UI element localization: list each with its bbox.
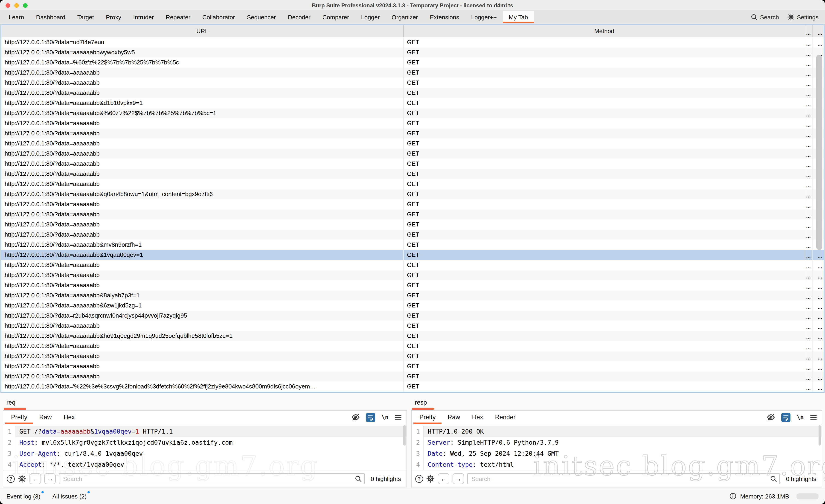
table-row[interactable]: http://127.0.0.1:80/?data=aaaaaabb&q0an4… (1, 189, 824, 199)
all-issues-button[interactable]: All issues (2) (52, 493, 86, 500)
table-row[interactable]: http://127.0.0.1:80/?data=r2ub4asqrcnwf0… (1, 311, 824, 321)
tab-extensions[interactable]: Extensions (424, 11, 465, 23)
resp-tab-hex[interactable]: Hex (466, 411, 489, 424)
next-match-button[interactable]: → (453, 473, 464, 484)
word-wrap-toggle[interactable] (366, 413, 375, 422)
search-settings-gear-icon[interactable] (18, 475, 26, 483)
tab-organizer[interactable]: Organizer (386, 11, 424, 23)
hide-eye-icon[interactable] (352, 413, 360, 422)
table-row[interactable]: http://127.0.0.1:80/?data=aaaaaabbGET...… (1, 149, 824, 159)
resp-tab-render[interactable]: Render (489, 411, 522, 424)
table-row[interactable]: http://127.0.0.1:80/?data=%60z'z%22$%7b%… (1, 58, 824, 68)
req-tab-raw[interactable]: Raw (33, 411, 58, 424)
help-icon[interactable]: ? (7, 475, 15, 483)
table-row[interactable]: http://127.0.0.1:80/?data=aaaaaabb&1vqaa… (1, 250, 824, 260)
response-search-input[interactable] (467, 473, 780, 484)
newline-toggle[interactable]: \n (381, 414, 388, 421)
url-cell: http://127.0.0.1:80/?data=aaaaaabb&8alya… (1, 290, 404, 301)
table-row[interactable]: http://127.0.0.1:80/?data=aaaaaabbGET...… (1, 199, 824, 209)
response-scrollbar-thumb[interactable] (819, 425, 821, 445)
search-settings-gear-icon[interactable] (426, 475, 435, 483)
menu-icon[interactable] (810, 414, 817, 421)
resp-tab-pretty[interactable]: Pretty (414, 411, 442, 424)
table-row[interactable]: http://127.0.0.1:80/?data=aaaaaabbGET...… (1, 169, 824, 179)
table-row[interactable]: http://127.0.0.1:80/?data=aaaaaabb&6zw1j… (1, 301, 824, 311)
table-row[interactable]: http://127.0.0.1:80/?data=aaaaaabbGET...… (1, 209, 824, 220)
table-row[interactable]: http://127.0.0.1:80/?data=aaaaaabbGET...… (1, 129, 824, 139)
tab-target[interactable]: Target (71, 11, 100, 23)
table-row[interactable]: http://127.0.0.1:80/?data=aaaaaabbGET...… (1, 351, 824, 361)
code-token: 1vqaa00qev (94, 428, 132, 435)
close-button[interactable] (5, 3, 10, 8)
table-row[interactable]: http://127.0.0.1:80/?data=aaaaaabbGET...… (1, 280, 824, 290)
tab-proxy[interactable]: Proxy (100, 11, 127, 23)
code-token: User-Agent (19, 450, 57, 457)
tab-repeater[interactable]: Repeater (160, 11, 196, 23)
table-row[interactable]: http://127.0.0.1:80/?data=aaaaaabb&mv8n9… (1, 240, 824, 250)
menu-icon[interactable] (394, 414, 402, 421)
response-content[interactable]: 1HTTP/1.0 200 OK2Server: SimpleHTTP/0.6 … (411, 424, 822, 470)
prev-match-button[interactable]: ← (29, 473, 41, 484)
tab-sequencer[interactable]: Sequencer (241, 11, 282, 23)
search-button[interactable]: Search (750, 13, 779, 21)
tab-my-tab[interactable]: My Tab (503, 11, 534, 23)
table-row[interactable]: http://127.0.0.1:80/?data=aaaaaabbGET...… (1, 139, 824, 149)
table-row[interactable]: http://127.0.0.1:80/?data=aaaaaabbGET...… (1, 118, 824, 129)
url-cell: http://127.0.0.1:80/?data=r2ub4asqrcnwf0… (1, 311, 404, 321)
table-row[interactable]: http://127.0.0.1:80/?data=aaaaaabbGET...… (1, 230, 824, 240)
tab-dashboard[interactable]: Dashboard (30, 11, 71, 23)
table-row[interactable]: http://127.0.0.1:80/?data=aaaaaabb&%60z'… (1, 108, 824, 118)
table-row[interactable]: http://127.0.0.1:80/?data=aaaaaabbGET...… (1, 159, 824, 169)
tab-logger[interactable]: Logger (355, 11, 386, 23)
req-tab-pretty[interactable]: Pretty (5, 411, 33, 424)
tab-decoder[interactable]: Decoder (282, 11, 316, 23)
column-header-extra1[interactable]: ... (805, 25, 813, 37)
resp-tab-raw[interactable]: Raw (442, 411, 466, 424)
table-scrollbar-thumb[interactable] (816, 55, 822, 250)
req-tab-hex[interactable]: Hex (58, 411, 81, 424)
request-scrollbar-thumb[interactable] (403, 425, 405, 445)
request-panel-tab-underline (4, 408, 26, 410)
newline-toggle[interactable]: \n (797, 414, 804, 421)
method-cell: GET (404, 199, 805, 209)
tab-intruder[interactable]: Intruder (127, 11, 160, 23)
request-panel-tab[interactable]: req (6, 399, 15, 406)
table-row[interactable]: http://127.0.0.1:80/?data=aaaaaabbwywoxb… (1, 48, 824, 58)
table-row[interactable]: http://127.0.0.1:80/?data=aaaaaabb&ho91q… (1, 331, 824, 341)
request-search-input[interactable] (59, 473, 365, 484)
table-row[interactable]: http://127.0.0.1:80/?data=aaaaaabbGET...… (1, 371, 824, 382)
table-row[interactable]: http://127.0.0.1:80/?data=aaaaaabbGET...… (1, 270, 824, 280)
column-header-method[interactable]: Method (404, 25, 805, 37)
table-row[interactable]: http://127.0.0.1:80/?data=aaaaaabbGET...… (1, 321, 824, 331)
table-row[interactable]: http://127.0.0.1:80/?data=aaaaaabbGET...… (1, 68, 824, 78)
next-match-button[interactable]: → (44, 473, 56, 484)
event-log-button[interactable]: Event log (3) (6, 493, 40, 500)
table-row[interactable]: http://127.0.0.1:80/?data=aaaaaabbGET...… (1, 179, 824, 189)
minimize-button[interactable] (14, 3, 19, 8)
tab-collaborator[interactable]: Collaborator (196, 11, 241, 23)
table-row[interactable]: http://127.0.0.1:80/?data=aaaaaabbGET...… (1, 341, 824, 351)
hide-eye-icon[interactable] (767, 413, 775, 422)
help-icon[interactable]: ? (415, 475, 423, 483)
prev-match-button[interactable]: ← (438, 473, 449, 484)
tab-comparer[interactable]: Comparer (316, 11, 355, 23)
table-row[interactable]: http://127.0.0.1:80/?data=aaaaaabbGET...… (1, 260, 824, 270)
table-row[interactable]: http://127.0.0.1:80/?data=aaaaaabbGET...… (1, 78, 824, 88)
settings-button[interactable]: Settings (787, 13, 819, 21)
zoom-button[interactable] (23, 3, 27, 8)
word-wrap-toggle[interactable] (781, 413, 791, 422)
column-header-extra2[interactable]: ... (813, 25, 824, 37)
table-row[interactable]: http://127.0.0.1:80/?data=aaaaaabb&d1b10… (1, 98, 824, 108)
table-row[interactable]: http://127.0.0.1:80/?data=aaaaaabb&8alya… (1, 290, 824, 301)
tab-learn[interactable]: Learn (3, 11, 30, 23)
table-row[interactable]: http://127.0.0.1:80/?data=ud7l4e7euuGET.… (1, 37, 824, 48)
table-row[interactable]: http://127.0.0.1:80/?data='%22%3e%3csvg%… (1, 382, 824, 392)
response-panel-tab[interactable]: resp (415, 399, 427, 406)
info-icon[interactable] (729, 493, 737, 500)
table-row[interactable]: http://127.0.0.1:80/?data=aaaaaabbGET...… (1, 361, 824, 371)
column-header-url[interactable]: URL (1, 25, 404, 37)
tab-logger[interactable]: Logger++ (465, 11, 503, 23)
table-row[interactable]: http://127.0.0.1:80/?data=aaaaaabbGET...… (1, 88, 824, 98)
request-content[interactable]: 1GET /?data=aaaaaabb&1vqaa00qev=1 HTTP/1… (3, 424, 406, 470)
table-row[interactable]: http://127.0.0.1:80/?data=aaaaaabbGET...… (1, 220, 824, 230)
